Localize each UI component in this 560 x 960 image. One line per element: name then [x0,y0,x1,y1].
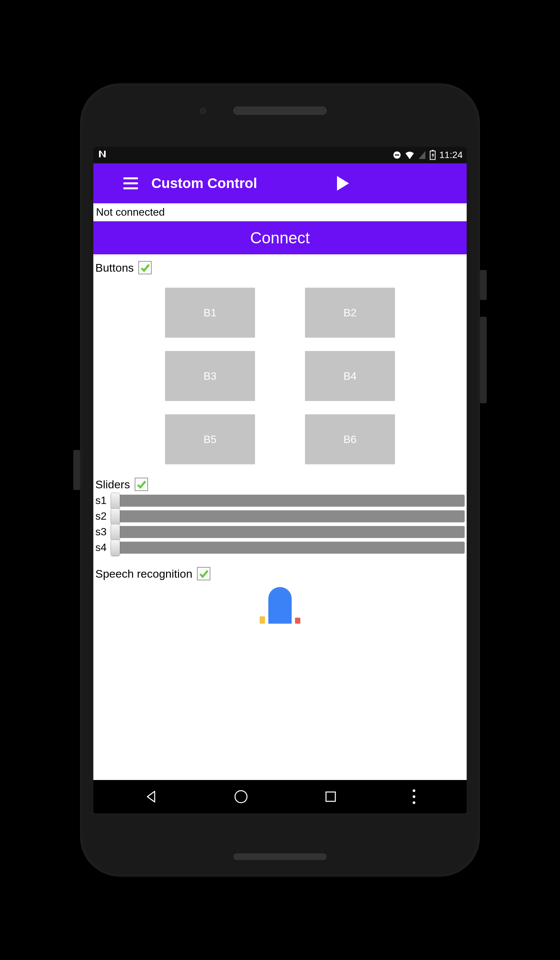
slider-row-s1: s1 [95,494,465,507]
phone-camera [200,108,206,114]
nav-home-icon[interactable] [234,789,248,804]
app-title: Custom Control [151,175,257,191]
status-time: 11:24 [439,150,462,160]
slider-row-s2: s2 [95,510,465,522]
control-button-b2[interactable]: B2 [305,288,395,338]
connect-button[interactable]: Connect [93,221,467,254]
speech-header: Speech recognition [95,567,465,584]
nav-back-icon[interactable] [145,790,158,803]
buttons-header: Buttons [95,261,465,278]
android-status-bar: 11:24 [93,147,467,163]
play-icon[interactable] [337,176,349,190]
slider-s1[interactable] [112,494,465,507]
android-nav-bar [93,780,467,813]
control-button-b4[interactable]: B4 [305,351,395,401]
svg-rect-1 [395,154,399,155]
sliders-header: Sliders [95,478,465,494]
screen: 11:24 Custom Control Not connected Conne… [93,147,467,813]
slider-thumb-s2[interactable] [110,508,120,524]
voice-bar-red [295,618,300,624]
microphone-icon [268,587,292,624]
signal-icon [418,150,426,160]
wifi-icon [405,150,414,160]
phone-volume-button [480,317,487,403]
phone-speaker-bottom [233,853,327,860]
status-left [98,149,107,162]
do-not-disturb-icon [393,151,402,159]
phone-power-button [480,270,487,300]
slider-label-s2: s2 [95,510,110,522]
speech-label: Speech recognition [95,567,192,580]
android-n-icon [98,149,107,159]
slider-thumb-s3[interactable] [110,524,120,540]
slider-thumb-s1[interactable] [110,493,120,509]
voice-bar-yellow [260,616,265,624]
slider-label-s3: s3 [95,526,110,538]
control-button-b1[interactable]: B1 [165,288,255,338]
check-icon [140,263,150,273]
status-right: 11:24 [393,150,462,160]
check-icon [136,479,146,489]
control-button-b3[interactable]: B3 [165,351,255,401]
control-button-b5[interactable]: B5 [165,414,255,464]
speech-section: Speech recognition [93,557,467,624]
phone-speaker-top [233,107,327,115]
buttons-checkbox[interactable] [138,261,152,274]
buttons-label: Buttons [95,261,134,274]
app-bar: Custom Control [93,163,467,203]
slider-label-s4: s4 [95,541,110,554]
slider-s3[interactable] [112,526,465,538]
nav-more-icon[interactable] [413,789,415,804]
svg-point-4 [235,791,247,803]
check-icon [199,569,209,579]
buttons-grid: B1 B2 B3 B4 B5 B6 [95,278,465,471]
sliders-section: Sliders s1 s2 s3 s4 [93,471,467,554]
battery-charging-icon [429,150,436,160]
slider-label-s1: s1 [95,494,110,507]
phone-side-button [73,450,80,490]
sliders-label: Sliders [95,478,130,491]
phone-frame: 11:24 Custom Control Not connected Conne… [80,83,480,877]
control-button-b6[interactable]: B6 [305,414,395,464]
sliders-checkbox[interactable] [135,478,148,491]
nav-recent-icon[interactable] [324,790,337,803]
voice-input[interactable] [95,584,465,624]
slider-row-s3: s3 [95,526,465,538]
menu-icon[interactable] [123,178,138,189]
svg-rect-5 [326,792,335,802]
slider-s2[interactable] [112,510,465,522]
slider-row-s4: s4 [95,541,465,554]
speech-checkbox[interactable] [197,567,210,580]
svg-rect-3 [432,150,434,151]
slider-thumb-s4[interactable] [110,540,120,556]
buttons-section: Buttons B1 B2 B3 B4 B5 B6 [93,254,467,471]
slider-s4[interactable] [112,542,465,554]
connection-status: Not connected [93,203,467,221]
